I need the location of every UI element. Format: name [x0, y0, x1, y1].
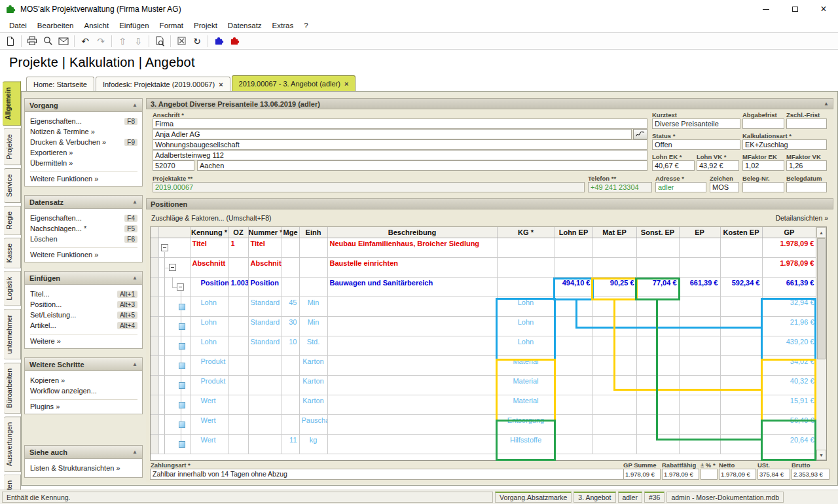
vtab-regie[interactable]: Regie: [4, 206, 21, 235]
col-mat-ep[interactable]: Mat EP: [592, 227, 636, 238]
telefon-field[interactable]: +49 241 23304: [588, 182, 652, 192]
tree-leaf-icon[interactable]: [179, 323, 185, 330]
collapse-icon[interactable]: ▲: [132, 361, 137, 367]
kurztext-field[interactable]: Diverse Preisanteile: [652, 118, 740, 129]
new-document-icon[interactable]: [3, 34, 18, 48]
col-sonst-ep[interactable]: Sonst. EP: [636, 227, 679, 238]
section-header[interactable]: Einfügen ▲: [25, 272, 142, 285]
vtab-logistik[interactable]: Logistik: [4, 271, 21, 306]
menu-datei[interactable]: Datei: [4, 20, 32, 31]
collapse-icon[interactable]: ▲: [132, 102, 137, 108]
col-kosten-ep[interactable]: Kosten EP: [720, 227, 762, 238]
tree-leaf-icon[interactable]: [179, 422, 185, 428]
collapse-icon[interactable]: ▲: [132, 199, 137, 205]
col-lohn-ep[interactable]: Lohn EP: [555, 227, 592, 238]
tree-leaf-icon[interactable]: [179, 304, 185, 310]
menu-hilfe[interactable]: ?: [299, 20, 313, 31]
vtab-bueroarbeiten[interactable]: Büroarbeiten: [4, 363, 21, 414]
col-beschreibung[interactable]: Beschreibung: [327, 227, 497, 238]
anschrift-strasse-field[interactable]: Adalbertsteinweg 112: [153, 150, 647, 160]
col-kg[interactable]: KG *: [497, 227, 555, 238]
detailansichten-link[interactable]: Detailansichten »: [775, 214, 828, 222]
tab-home-startseite[interactable]: Home: Startseite: [26, 77, 94, 91]
vtab-kasse[interactable]: Kasse: [4, 238, 21, 268]
abgabefrist-field[interactable]: [742, 118, 784, 129]
sidebar-item-artikel[interactable]: Artikel... Alt+4: [30, 320, 137, 331]
anschrift-plz-field[interactable]: 52070: [153, 160, 194, 171]
print-icon[interactable]: [24, 34, 40, 48]
col-kennung[interactable]: Kennung *: [190, 227, 228, 238]
sidebar-item-plugins[interactable]: Plugins »: [30, 399, 137, 410]
col-gp[interactable]: GP: [762, 227, 816, 238]
plugin-blue-icon[interactable]: [211, 34, 227, 48]
status-field[interactable]: Offen: [652, 139, 740, 150]
section-header[interactable]: Vorgang ▲: [25, 99, 142, 112]
mfaktor-ek-field[interactable]: 1,02: [742, 160, 784, 171]
sidebar-item-uebermitteln[interactable]: Übermitteln »: [30, 158, 137, 168]
sidebar-item-drucken-verbuchen[interactable]: Drucken & Verbuchen » F9: [30, 137, 137, 147]
section-header[interactable]: Weitere Schritte ▲: [25, 358, 142, 371]
menu-datensatz[interactable]: Datensatz: [223, 20, 267, 31]
tree-collapse-icon[interactable]: [161, 244, 168, 251]
collapse-icon[interactable]: ▲: [132, 449, 137, 455]
vtab-allgemein[interactable]: Allgemein: [3, 81, 21, 126]
menu-projekt[interactable]: Projekt: [189, 20, 223, 31]
sidebar-item-eigenschaften-vorgang[interactable]: Eigenschaften... F8: [30, 116, 137, 126]
sidebar-item-workflow-anzeigen[interactable]: Workflow anzeigen...: [30, 386, 137, 396]
tree-collapse-icon[interactable]: [177, 283, 184, 291]
belegdatum-field[interactable]: [786, 182, 827, 192]
refresh-icon[interactable]: ↻: [189, 34, 205, 48]
adresse-field[interactable]: adler: [655, 182, 706, 192]
sidebar-item-loeschen[interactable]: Löschen F6: [30, 234, 137, 244]
kalkulationsart-field[interactable]: EK+Zuschlag: [742, 139, 827, 150]
sidebar-item-eigenschaften-datensatz[interactable]: Eigenschaften... F4: [30, 213, 137, 223]
anschrift-firma-field[interactable]: Firma: [153, 118, 647, 129]
close-icon[interactable]: ×: [809, 0, 838, 18]
menu-format[interactable]: Format: [155, 20, 189, 31]
minimize-icon[interactable]: [752, 0, 780, 18]
zahlungsart-field[interactable]: Zahlbar innerhalb von 14 Tagen ohne Abzu…: [150, 469, 624, 480]
scroll-up-icon[interactable]: ▲: [816, 227, 826, 238]
move-up-icon[interactable]: ⇧: [115, 34, 130, 48]
maximize-icon[interactable]: [780, 0, 809, 18]
zschl-frist-field[interactable]: [786, 118, 827, 129]
plugin-red-icon[interactable]: [227, 34, 242, 48]
undo-icon[interactable]: ↶: [77, 34, 93, 48]
address-lookup-button[interactable]: [633, 129, 647, 139]
mfaktor-vk-field[interactable]: 1,26: [786, 160, 827, 171]
table-scrollbar[interactable]: ▲ ▼: [816, 227, 826, 460]
col-nummer[interactable]: Nummer *: [248, 227, 282, 238]
cancel-icon[interactable]: [173, 34, 189, 48]
menu-einfuegen[interactable]: Einfügen: [114, 20, 154, 31]
tab-angebot-active[interactable]: 2019.00067 - 3. Angebot (adler) ×: [232, 75, 356, 91]
sidebar-item-position[interactable]: Position... Alt+3: [30, 299, 137, 310]
col-mge[interactable]: Mge: [282, 227, 299, 238]
section-header[interactable]: Datensatz ▲: [25, 196, 142, 209]
anschrift-ort-field[interactable]: Aachen: [197, 160, 647, 171]
vtab-unternehmer[interactable]: unternehmer: [4, 309, 21, 360]
beleg-nr-field[interactable]: [742, 182, 784, 192]
col-einh[interactable]: Einh: [299, 227, 327, 238]
sidebar-item-weitere-einfuegen[interactable]: Weitere »: [30, 334, 137, 344]
col-oz[interactable]: OZ: [228, 227, 248, 238]
tree-leaf-icon[interactable]: [179, 402, 185, 408]
tree-leaf-icon[interactable]: [179, 382, 185, 389]
sidebar-item-titel[interactable]: Titel... Alt+1: [30, 289, 137, 299]
projektakte-field[interactable]: 2019.00067: [153, 182, 585, 192]
section-header[interactable]: Siehe auch ▲: [25, 446, 142, 459]
tab-close-icon[interactable]: ×: [344, 80, 348, 88]
col-ep[interactable]: EP: [679, 227, 720, 238]
anschrift-name-field[interactable]: Anja Adler AG: [153, 129, 632, 139]
sidebar-item-weitere-funktionen-vorgang[interactable]: Weitere Funktionen »: [30, 171, 137, 182]
plusminus-field[interactable]: [701, 469, 718, 480]
menu-extras[interactable]: Extras: [267, 20, 299, 31]
tab-close-icon[interactable]: ×: [219, 81, 223, 88]
sidebar-item-nachschlagen[interactable]: Nachschlagen... * F5: [30, 223, 137, 234]
sidebar-item-notizen-termine[interactable]: Notizen & Termine »: [30, 126, 137, 137]
anschrift-zusatz-field[interactable]: Wohnungsbaugesellschaft: [153, 139, 647, 150]
print-preview-icon[interactable]: [40, 34, 56, 48]
tree-leaf-icon[interactable]: [179, 441, 185, 448]
zeichen-field[interactable]: MOS: [710, 182, 739, 192]
vtab-projekte[interactable]: Projekte: [4, 128, 21, 166]
sidebar-item-listen-strukturansichten[interactable]: Listen & Strukturansichten »: [30, 463, 137, 473]
